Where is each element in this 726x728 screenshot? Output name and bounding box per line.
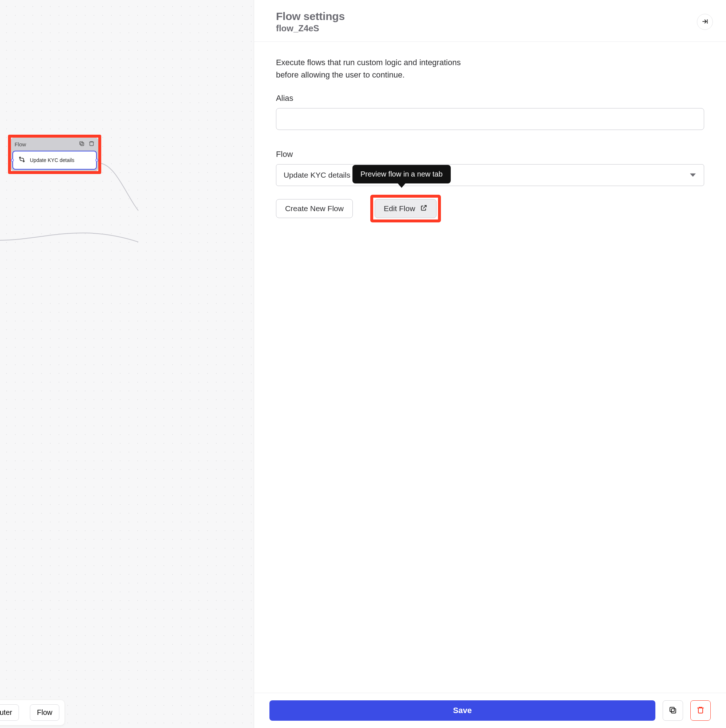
collapse-panel-button[interactable]: [697, 14, 713, 30]
alias-label: Alias: [276, 93, 704, 103]
svg-rect-1: [80, 142, 83, 145]
svg-rect-7: [698, 708, 703, 713]
toolbar-flow-button[interactable]: Flow: [30, 704, 59, 721]
flow-node[interactable]: Flow Update KYC details: [11, 138, 98, 171]
chevron-down-icon: [690, 174, 696, 177]
svg-rect-6: [670, 707, 674, 712]
edit-flow-button-label: Edit Flow: [384, 204, 415, 213]
svg-rect-2: [90, 142, 93, 145]
flow-select[interactable]: Update KYC details: [276, 164, 704, 186]
panel-footer: Save: [254, 693, 726, 728]
canvas-toolbar: uter Flow: [0, 700, 64, 725]
arrow-right-to-line-icon: [701, 18, 709, 26]
svg-point-3: [19, 157, 20, 158]
svg-point-4: [23, 161, 24, 162]
duplicate-icon[interactable]: [79, 141, 85, 148]
flow-node-highlight: Flow Update KYC details: [8, 135, 101, 174]
flow-node-body-label: Update KYC details: [30, 157, 74, 163]
duplicate-icon: [668, 706, 677, 716]
create-new-flow-button[interactable]: Create New Flow: [276, 199, 353, 218]
flow-node-header: Flow: [11, 138, 98, 151]
panel-title: Flow settings: [276, 10, 697, 23]
edit-flow-highlight: Edit Flow: [370, 195, 441, 222]
flow-field: Flow Update KYC details Preview flow in …: [276, 150, 704, 186]
flow-select-value: Update KYC details: [283, 171, 350, 179]
flow-icon: [18, 156, 26, 165]
node-port-in[interactable]: [11, 159, 14, 162]
flow-node-body[interactable]: Update KYC details: [12, 151, 97, 170]
edit-flow-button[interactable]: Edit Flow: [375, 199, 437, 218]
edit-flow-tooltip: Preview flow in a new tab: [352, 165, 451, 184]
flow-action-row: Create New Flow Edit Flow: [276, 199, 704, 222]
flow-label: Flow: [276, 150, 704, 159]
save-button[interactable]: Save: [270, 700, 656, 721]
duplicate-button[interactable]: [663, 700, 683, 721]
svg-rect-5: [671, 709, 676, 713]
alias-input[interactable]: [276, 108, 704, 130]
alias-field: Alias: [276, 93, 704, 130]
settings-panel: Flow settings flow_Z4eS Execute flows th…: [254, 0, 726, 728]
trash-icon[interactable]: [89, 141, 95, 148]
trash-icon: [696, 706, 705, 716]
panel-body: Execute flows that run custom logic and …: [254, 42, 726, 693]
panel-description: Execute flows that run custom logic and …: [276, 57, 480, 81]
tooltip-text: Preview flow in a new tab: [360, 170, 443, 178]
node-port-out[interactable]: [95, 159, 98, 162]
flow-node-header-label: Flow: [15, 141, 79, 147]
svg-rect-0: [81, 143, 84, 146]
flow-canvas[interactable]: Flow Update KYC details: [0, 0, 254, 728]
external-link-icon: [420, 204, 427, 213]
toolbar-router-button[interactable]: uter: [0, 704, 19, 721]
panel-subtitle: flow_Z4eS: [276, 23, 697, 34]
delete-button[interactable]: [690, 700, 711, 721]
panel-header: Flow settings flow_Z4eS: [254, 0, 726, 42]
